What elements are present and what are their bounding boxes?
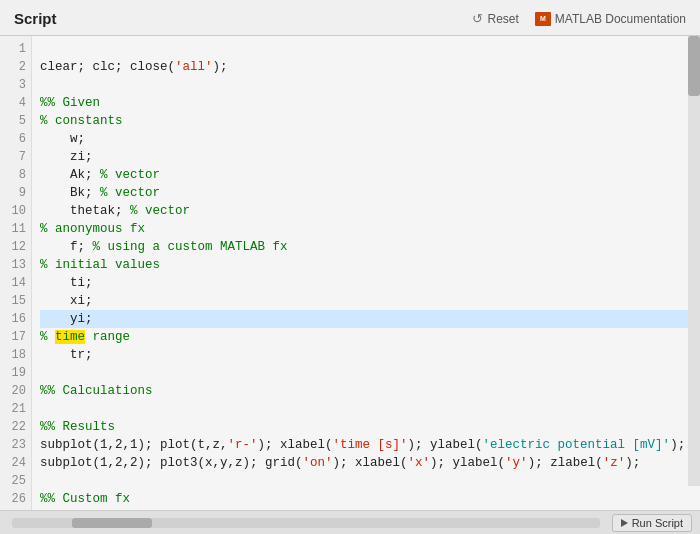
scrollbar-thumb-horizontal[interactable] (72, 518, 152, 528)
line-number: 26 (12, 490, 26, 508)
table-row (40, 400, 692, 418)
reset-button[interactable]: ↺ Reset (472, 11, 518, 26)
code-content[interactable]: clear; clc; close('all'); %% Given% cons… (32, 36, 700, 510)
line-number: 16 (12, 310, 26, 328)
line-number: 14 (12, 274, 26, 292)
table-row: Ak; % vector (40, 166, 692, 184)
table-row (40, 40, 692, 58)
code-container: 1234567891011121314151617181920212223242… (0, 36, 700, 510)
table-row: % anonymous fx (40, 220, 692, 238)
line-number: 8 (19, 166, 26, 184)
table-row: clear; clc; close('all'); (40, 58, 692, 76)
line-number: 1 (19, 40, 26, 58)
table-row: % constants (40, 112, 692, 130)
table-row: % time range (40, 328, 692, 346)
line-numbers: 1234567891011121314151617181920212223242… (0, 36, 32, 510)
table-row (40, 76, 692, 94)
line-number: 3 (19, 76, 26, 94)
table-row: subplot(1,2,2); plot3(x,y,z); grid('on')… (40, 454, 692, 472)
bottom-bar: Run Script (0, 510, 700, 534)
table-row: f; % using a custom MATLAB fx (40, 238, 692, 256)
scrollbar-vertical[interactable] (688, 36, 700, 486)
matlab-doc-button[interactable]: M MATLAB Documentation (535, 12, 686, 26)
table-row: Bk; % vector (40, 184, 692, 202)
table-row: %% Custom fx (40, 490, 692, 508)
line-number: 19 (12, 364, 26, 382)
line-number: 2 (19, 58, 26, 76)
line-number: 27 (12, 508, 26, 510)
scrollbar-thumb-vertical[interactable] (688, 36, 700, 96)
table-row: %% Given (40, 94, 692, 112)
run-script-button[interactable]: Run Script (612, 514, 692, 532)
line-number: 18 (12, 346, 26, 364)
line-number: 5 (19, 112, 26, 130)
run-script-label: Run Script (632, 517, 683, 529)
line-number: 6 (19, 130, 26, 148)
table-row: tr; (40, 346, 692, 364)
reset-label: Reset (487, 12, 518, 26)
line-number: 10 (12, 202, 26, 220)
matlab-icon: M (535, 12, 551, 26)
line-number: 9 (19, 184, 26, 202)
line-number: 7 (19, 148, 26, 166)
editor-area: 1234567891011121314151617181920212223242… (0, 36, 700, 510)
main-window: Script ↺ Reset M MATLAB Documentation 12… (0, 0, 700, 534)
table-row: subplot(1,2,1); plot(t,z,'r-'); xlabel('… (40, 436, 692, 454)
toolbar: Script ↺ Reset M MATLAB Documentation (0, 0, 700, 36)
line-number: 20 (12, 382, 26, 400)
toolbar-right: ↺ Reset M MATLAB Documentation (472, 11, 686, 26)
line-number: 17 (12, 328, 26, 346)
table-row: yi; (40, 310, 692, 328)
line-number: 24 (12, 454, 26, 472)
line-number: 11 (12, 220, 26, 238)
table-row: function F (40, 508, 692, 510)
table-row (40, 472, 692, 490)
table-row: % initial values (40, 256, 692, 274)
matlab-doc-label: MATLAB Documentation (555, 12, 686, 26)
line-number: 21 (12, 400, 26, 418)
line-number: 22 (12, 418, 26, 436)
line-number: 13 (12, 256, 26, 274)
page-title: Script (14, 10, 57, 27)
table-row (40, 364, 692, 382)
table-row: xi; (40, 292, 692, 310)
table-row: %% Calculations (40, 382, 692, 400)
line-number: 23 (12, 436, 26, 454)
line-number: 15 (12, 292, 26, 310)
play-icon (621, 519, 628, 527)
table-row: %% Results (40, 418, 692, 436)
reset-icon: ↺ (472, 11, 483, 26)
table-row: zi; (40, 148, 692, 166)
table-row: thetak; % vector (40, 202, 692, 220)
line-number: 12 (12, 238, 26, 256)
table-row: w; (40, 130, 692, 148)
line-number: 4 (19, 94, 26, 112)
table-row: ti; (40, 274, 692, 292)
scrollbar-horizontal[interactable] (12, 518, 600, 528)
line-number: 25 (12, 472, 26, 490)
